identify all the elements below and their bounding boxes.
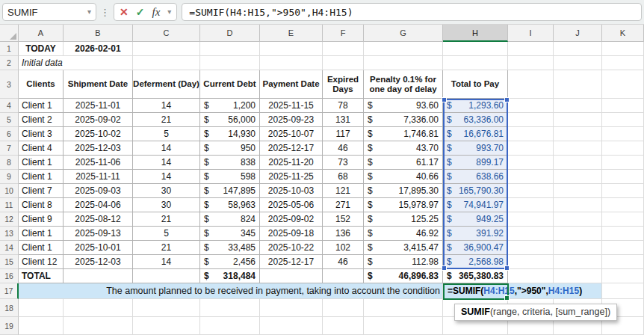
cell-J6[interactable]: [554, 127, 602, 141]
cell-E4[interactable]: 2025-11-15: [260, 99, 323, 113]
cell-G14[interactable]: $3,415.47: [364, 241, 443, 255]
cell-J8[interactable]: [554, 156, 602, 170]
cell-H14[interactable]: $36,900.47: [443, 241, 508, 255]
cell-H12[interactable]: $949.25: [443, 212, 508, 227]
cell-E8[interactable]: 2025-11-20: [260, 156, 323, 170]
cell-J4[interactable]: [554, 99, 602, 113]
cell-A18[interactable]: [19, 299, 64, 317]
cell-G11[interactable]: $15,978.97: [364, 198, 443, 212]
row-header-19[interactable]: 19: [0, 317, 19, 335]
cell-E18[interactable]: [260, 299, 323, 317]
cell-J3[interactable]: [554, 70, 602, 99]
cell-H3[interactable]: Total to Pay: [443, 70, 508, 99]
cell-F19[interactable]: [323, 317, 364, 335]
cell-C11[interactable]: 30: [133, 198, 200, 212]
cell-E16[interactable]: [260, 269, 323, 283]
cell-A13[interactable]: Client 1: [19, 227, 64, 241]
cell-G8[interactable]: $61.17: [364, 156, 443, 170]
cell-H15[interactable]: $2,568.98: [443, 255, 508, 269]
cell-G15[interactable]: $112.98: [364, 255, 443, 269]
cell-E11[interactable]: 2025-05-06: [260, 198, 323, 212]
row-header-15[interactable]: 15: [0, 255, 19, 269]
cell-C3[interactable]: Deferment (Day): [133, 70, 200, 99]
cell-G5[interactable]: $7,336.00: [364, 113, 443, 127]
cell-B8[interactable]: 2025-11-06: [64, 156, 133, 170]
cell-F2[interactable]: [323, 56, 364, 70]
cell-I15[interactable]: [508, 255, 554, 269]
cell-K11[interactable]: [602, 198, 644, 212]
cell-C13[interactable]: 5: [133, 227, 200, 241]
cell-D9[interactable]: $598: [200, 170, 260, 184]
cell-F9[interactable]: 68: [323, 170, 364, 184]
cell-B15[interactable]: 2025-12-03: [64, 255, 133, 269]
cell-K1[interactable]: [602, 42, 644, 56]
col-header-D[interactable]: D: [200, 25, 260, 42]
cell-F18[interactable]: [323, 299, 364, 317]
row-header-16[interactable]: 16: [0, 269, 19, 283]
cell-B10[interactable]: 2025-09-03: [64, 184, 133, 198]
cell-D3[interactable]: Current Debt: [200, 70, 260, 99]
cell-C5[interactable]: 21: [133, 113, 200, 127]
cell-K4[interactable]: [602, 99, 644, 113]
cell-J11[interactable]: [554, 198, 602, 212]
cell-C18[interactable]: [133, 299, 200, 317]
cell-G16[interactable]: $46,896.83: [364, 269, 443, 283]
row-header-4[interactable]: 4: [0, 99, 19, 113]
cell-D10[interactable]: $147,895: [200, 184, 260, 198]
cell-K2[interactable]: [602, 56, 644, 70]
cell-F6[interactable]: 117: [323, 127, 364, 141]
cell-D18[interactable]: [200, 299, 260, 317]
cell-G4[interactable]: $93.60: [364, 99, 443, 113]
cell-I10[interactable]: [508, 184, 554, 198]
cell-J15[interactable]: [554, 255, 602, 269]
cell-H1[interactable]: [443, 42, 508, 56]
cell-B19[interactable]: [64, 317, 133, 335]
cell-J12[interactable]: [554, 212, 602, 227]
cell-E1[interactable]: [260, 42, 323, 56]
cell-H4[interactable]: $1,293.60: [443, 99, 508, 113]
cell-K6[interactable]: [602, 127, 644, 141]
cell-I3[interactable]: [508, 70, 554, 99]
cell-A12[interactable]: Client 9: [19, 212, 64, 227]
cell-H6[interactable]: $16,676.81: [443, 127, 508, 141]
row-header-8[interactable]: 8: [0, 156, 19, 170]
cell-A6[interactable]: Client 3: [19, 127, 64, 141]
cell-F15[interactable]: 46: [323, 255, 364, 269]
row-header-13[interactable]: 13: [0, 227, 19, 241]
drag-handle-icon[interactable]: ⋮: [100, 7, 110, 18]
cell-B4[interactable]: 2025-11-01: [64, 99, 133, 113]
cell-I12[interactable]: [508, 212, 554, 227]
cell-D16[interactable]: $318,484: [200, 269, 260, 283]
cell-A3[interactable]: Clients: [19, 70, 64, 99]
row-header-3[interactable]: 3: [0, 70, 19, 99]
fill-handle[interactable]: [504, 295, 510, 301]
cell-I5[interactable]: [508, 113, 554, 127]
col-header-J[interactable]: J: [554, 25, 602, 42]
cell-F5[interactable]: 131: [323, 113, 364, 127]
cell-B7[interactable]: 2025-12-03: [64, 141, 133, 156]
cell-E7[interactable]: 2025-12-17: [260, 141, 323, 156]
cell-B3[interactable]: Shipment Date: [64, 70, 133, 99]
cell-J9[interactable]: [554, 170, 602, 184]
col-header-A[interactable]: A: [19, 25, 64, 42]
cell-E12[interactable]: 2025-09-02: [260, 212, 323, 227]
cell-F4[interactable]: 78: [323, 99, 364, 113]
cell-C2[interactable]: [133, 56, 200, 70]
cell-C7[interactable]: 14: [133, 141, 200, 156]
cell-G9[interactable]: $40.66: [364, 170, 443, 184]
cell-D6[interactable]: $14,930: [200, 127, 260, 141]
cell-J10[interactable]: [554, 184, 602, 198]
cell-I2[interactable]: [508, 56, 554, 70]
cell-I6[interactable]: [508, 127, 554, 141]
cell-A17-banner[interactable]: The amount planned to be received in pay…: [19, 283, 443, 299]
cell-K8[interactable]: [602, 156, 644, 170]
cell-I8[interactable]: [508, 156, 554, 170]
cell-J7[interactable]: [554, 141, 602, 156]
cell-E10[interactable]: 2025-10-03: [260, 184, 323, 198]
cell-B14[interactable]: 2025-10-01: [64, 241, 133, 255]
cell-A2[interactable]: Initial data: [19, 56, 133, 70]
cell-H16[interactable]: $365,380.83: [443, 269, 508, 283]
cell-A9[interactable]: Client 1: [19, 170, 64, 184]
col-header-C[interactable]: C: [133, 25, 200, 42]
cell-A14[interactable]: Client 1: [19, 241, 64, 255]
